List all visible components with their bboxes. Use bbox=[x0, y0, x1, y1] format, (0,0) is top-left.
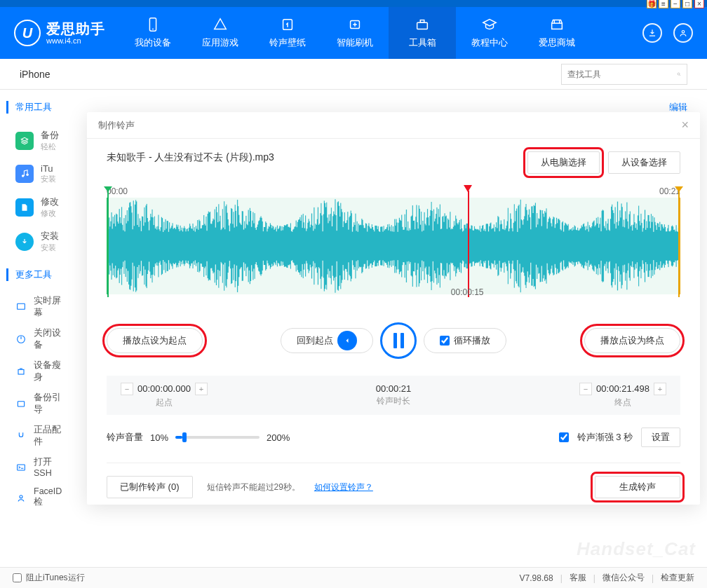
sidebar-item-itunes[interactable]: iTu安装 bbox=[15, 158, 69, 190]
svg-point-16 bbox=[20, 495, 22, 498]
app-url: www.i4.cn bbox=[46, 36, 105, 45]
block-itunes-label: 阻止iTunes运行 bbox=[26, 572, 85, 584]
end-plus[interactable]: + bbox=[654, 383, 666, 395]
volume-min: 10% bbox=[150, 432, 168, 443]
watermark: Handset_Cat bbox=[577, 538, 696, 560]
app-logo: U 爱思助手 www.i4.cn bbox=[0, 7, 119, 59]
version-label: V7.98.68 bbox=[520, 573, 553, 583]
support-link[interactable]: 客服 bbox=[570, 572, 586, 584]
nav-flash[interactable]: 智能刷机 bbox=[321, 7, 389, 59]
ringtone-maker-dialog: 制作铃声 × 未知歌手 - 人生没有过不去 (片段).mp3 从电脑选择 从设备… bbox=[87, 112, 700, 505]
sidebar-section-more: 更多工具 bbox=[6, 268, 69, 281]
waveform-area[interactable]: 00:00 00:21 00:00:15 bbox=[107, 186, 680, 294]
volume-max: 200% bbox=[267, 432, 290, 443]
volume-slider[interactable] bbox=[175, 436, 260, 439]
sidebar: 常用工具 备份轻松 iTu安装 修改修改 安装安装 更多工具 实时屏幕 关闭设备… bbox=[0, 90, 84, 567]
volume-label: 铃声音量 bbox=[107, 431, 143, 444]
sidebar-item-modify[interactable]: 修改修改 bbox=[15, 190, 69, 224]
end-marker[interactable] bbox=[678, 191, 680, 297]
check-update-link[interactable]: 检查更新 bbox=[661, 572, 694, 584]
user-icon[interactable] bbox=[673, 23, 693, 43]
sub-bar: iPhone bbox=[0, 59, 707, 90]
start-minus[interactable]: − bbox=[121, 383, 133, 395]
end-time: 00:00:21.498 bbox=[596, 383, 649, 394]
step-back-icon bbox=[337, 331, 357, 350]
svg-rect-13 bbox=[18, 369, 24, 374]
start-time: 00:00:00.000 bbox=[137, 383, 191, 394]
search-icon bbox=[677, 69, 681, 80]
play-pause-button[interactable] bbox=[380, 322, 417, 359]
fade-settings-button[interactable]: 设置 bbox=[641, 428, 680, 447]
close-icon[interactable]: × bbox=[694, 0, 704, 8]
filename-label: 未知歌手 - 人生没有过不去 (片段).mp3 bbox=[107, 151, 274, 164]
start-marker[interactable] bbox=[107, 191, 109, 297]
wechat-link[interactable]: 微信公众号 bbox=[602, 572, 645, 584]
search-box[interactable] bbox=[561, 64, 687, 85]
start-plus[interactable]: + bbox=[195, 383, 208, 395]
svg-rect-4 bbox=[417, 22, 428, 29]
waveform-canvas[interactable] bbox=[108, 198, 679, 294]
device-name: iPhone bbox=[20, 69, 50, 80]
app-header: U 爱思助手 www.i4.cn 我的设备 应用游戏 铃声壁纸 智能刷机 工具箱… bbox=[0, 7, 707, 59]
made-ringtones-button[interactable]: 已制作铃声 (0) bbox=[107, 476, 193, 498]
sidebar-item-genuine[interactable]: 正品配件 bbox=[15, 420, 69, 452]
status-bar: 阻止iTunes运行 V7.98.68| 客服| 微信公众号| 检查更新 bbox=[0, 567, 707, 588]
sidebar-item-install[interactable]: 安装安装 bbox=[15, 224, 69, 259]
loop-toggle[interactable]: 循环播放 bbox=[424, 328, 506, 353]
sidebar-item-backup-guide[interactable]: 备份引导 bbox=[15, 388, 69, 420]
sidebar-item-ssh[interactable]: 打开SSH bbox=[15, 452, 69, 482]
from-device-button[interactable]: 从设备选择 bbox=[608, 151, 680, 174]
search-input[interactable] bbox=[567, 69, 673, 79]
main-nav: 我的设备 应用游戏 铃声壁纸 智能刷机 工具箱 教程中心 爱思商城 bbox=[119, 7, 628, 59]
close-icon[interactable]: × bbox=[681, 118, 689, 132]
menu-icon[interactable]: ≡ bbox=[659, 0, 668, 8]
playhead-marker[interactable] bbox=[468, 191, 469, 297]
fade-checkbox[interactable] bbox=[559, 432, 569, 442]
nav-toolbox[interactable]: 工具箱 bbox=[389, 7, 456, 59]
gift-icon[interactable]: 🎁 bbox=[647, 0, 656, 8]
sidebar-section-common: 常用工具 bbox=[6, 101, 69, 114]
block-itunes-checkbox[interactable] bbox=[13, 573, 22, 582]
nav-apps[interactable]: 应用游戏 bbox=[187, 7, 254, 59]
duration-value: 00:00:21 bbox=[376, 383, 412, 394]
end-minus[interactable]: − bbox=[579, 383, 592, 395]
svg-rect-6 bbox=[552, 23, 563, 29]
download-icon[interactable] bbox=[642, 23, 662, 43]
loop-checkbox[interactable] bbox=[440, 336, 450, 346]
fade-label: 铃声渐强 3 秒 bbox=[577, 431, 633, 444]
window-titlebar: 🎁 ≡ − □ × bbox=[0, 0, 707, 7]
minimize-icon[interactable]: − bbox=[671, 0, 680, 8]
svg-point-10 bbox=[26, 173, 29, 176]
from-computer-button[interactable]: 从电脑选择 bbox=[527, 151, 600, 174]
dialog-title: 制作铃声 bbox=[98, 119, 135, 132]
play-position: 00:00:15 bbox=[451, 287, 484, 297]
time-row: −00:00:00.000+ 起点 00:00:21 铃声时长 −00:00:2… bbox=[107, 376, 680, 415]
nav-mall[interactable]: 爱思商城 bbox=[523, 7, 591, 59]
sms-note: 短信铃声不能超过29秒。 bbox=[207, 481, 300, 493]
set-end-button[interactable]: 播放点设为终点 bbox=[584, 328, 680, 353]
svg-point-1 bbox=[152, 29, 154, 30]
nav-tutorial[interactable]: 教程中心 bbox=[456, 7, 523, 59]
nav-ringtone[interactable]: 铃声壁纸 bbox=[254, 7, 321, 59]
sidebar-item-screen[interactable]: 实时屏幕 bbox=[15, 291, 69, 323]
generate-button[interactable]: 生成铃声 bbox=[595, 476, 680, 498]
svg-rect-5 bbox=[420, 20, 424, 23]
back-to-start-button[interactable]: 回到起点 bbox=[281, 328, 373, 353]
nav-device[interactable]: 我的设备 bbox=[119, 7, 187, 59]
sidebar-item-backup[interactable]: 备份轻松 bbox=[15, 123, 69, 158]
logo-icon: U bbox=[14, 20, 41, 46]
svg-point-7 bbox=[682, 31, 685, 34]
sidebar-item-faceid[interactable]: FaceID 检 bbox=[15, 482, 69, 512]
sidebar-item-shutdown[interactable]: 关闭设备 bbox=[15, 323, 69, 355]
maximize-icon[interactable]: □ bbox=[682, 0, 692, 8]
svg-point-8 bbox=[678, 73, 680, 75]
set-start-button[interactable]: 播放点设为起点 bbox=[107, 328, 203, 353]
svg-rect-11 bbox=[18, 303, 25, 309]
app-name: 爱思助手 bbox=[46, 21, 105, 36]
svg-point-9 bbox=[22, 175, 25, 177]
how-to-link[interactable]: 如何设置铃声？ bbox=[314, 481, 373, 493]
svg-rect-15 bbox=[18, 465, 25, 470]
svg-rect-14 bbox=[18, 402, 24, 406]
sidebar-item-slim[interactable]: 设备瘦身 bbox=[15, 355, 69, 388]
